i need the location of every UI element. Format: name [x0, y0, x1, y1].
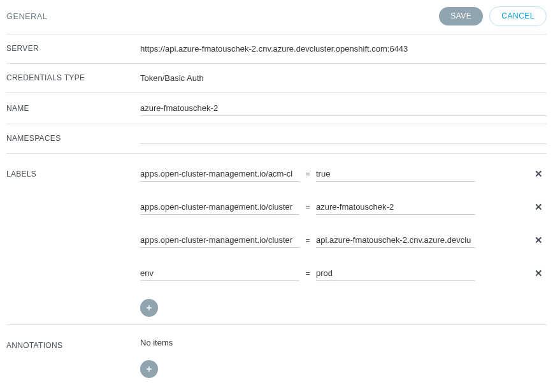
- credentials-type-label: CREDENTIALS TYPE: [6, 73, 140, 82]
- remove-label-button[interactable]: ✕: [531, 234, 547, 246]
- remove-label-button[interactable]: ✕: [531, 267, 547, 279]
- labels-list: = ✕ = ✕ = ✕: [140, 166, 547, 317]
- label-item: = ✕: [140, 166, 547, 182]
- plus-icon: [145, 303, 154, 312]
- close-icon: ✕: [535, 268, 543, 279]
- close-icon: ✕: [535, 168, 543, 179]
- equals-sign: =: [305, 202, 311, 212]
- equals-sign: =: [305, 235, 311, 245]
- label-key-input[interactable]: [140, 233, 299, 248]
- label-value-input[interactable]: [316, 166, 475, 182]
- close-icon: ✕: [535, 201, 543, 212]
- label-value-input[interactable]: [316, 266, 475, 281]
- annotations-label: ANNOTATIONS: [6, 333, 140, 350]
- labels-row: LABELS = ✕ = ✕ =: [6, 154, 547, 325]
- namespaces-label: NAMESPACES: [6, 134, 140, 143]
- label-item: = ✕: [140, 266, 547, 281]
- name-label: NAME: [6, 104, 140, 113]
- label-item: = ✕: [140, 200, 547, 215]
- save-button[interactable]: SAVE: [439, 7, 483, 25]
- add-annotation-button[interactable]: [140, 360, 158, 378]
- credentials-type-value: Token/Basic Auth: [140, 73, 547, 83]
- annotations-empty: No items: [140, 338, 547, 347]
- label-value-input[interactable]: [316, 233, 475, 248]
- server-value: https://api.azure-fmatouschek-2.cnv.azur…: [140, 44, 547, 54]
- plus-icon: [145, 365, 154, 374]
- name-input[interactable]: [140, 101, 547, 116]
- equals-sign: =: [305, 169, 311, 178]
- label-key-input[interactable]: [140, 266, 299, 281]
- annotations-row: ANNOTATIONS No items: [6, 325, 547, 386]
- section-header: GENERAL SAVE CANCEL: [6, 6, 547, 34]
- namespaces-row: NAMESPACES: [6, 124, 547, 154]
- add-label-button[interactable]: [140, 299, 158, 317]
- credentials-type-row: CREDENTIALS TYPE Token/Basic Auth: [6, 64, 547, 93]
- equals-sign: =: [305, 268, 311, 278]
- label-item: = ✕: [140, 233, 547, 248]
- server-row: SERVER https://api.azure-fmatouschek-2.c…: [6, 34, 547, 64]
- server-label: SERVER: [6, 44, 140, 53]
- label-key-input[interactable]: [140, 200, 299, 215]
- namespaces-input[interactable]: [140, 133, 547, 144]
- remove-label-button[interactable]: ✕: [531, 201, 547, 213]
- cancel-button[interactable]: CANCEL: [489, 6, 547, 26]
- close-icon: ✕: [535, 235, 543, 245]
- labels-label: LABELS: [6, 161, 140, 178]
- header-buttons: SAVE CANCEL: [439, 6, 547, 26]
- remove-label-button[interactable]: ✕: [531, 168, 547, 180]
- label-key-input[interactable]: [140, 166, 299, 182]
- label-value-input[interactable]: [316, 200, 475, 215]
- section-title: GENERAL: [6, 11, 47, 21]
- name-row: NAME: [6, 93, 547, 124]
